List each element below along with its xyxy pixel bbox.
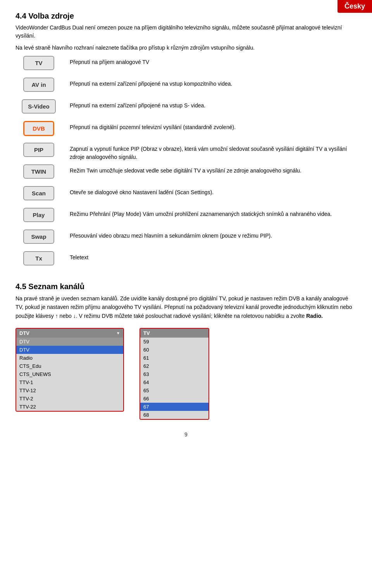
btn-cell-6: Scan [16, 186, 62, 200]
btn-label-play[interactable]: Play [23, 208, 54, 222]
tv-item-3[interactable]: 62 [140, 362, 208, 370]
btn-desc-5: Režim Twin umožňuje sledovat vedle sebe … [70, 164, 356, 175]
tv-item-5[interactable]: 64 [140, 378, 208, 386]
btn-label-scan[interactable]: Scan [23, 186, 54, 200]
dtv-item-6[interactable]: TTV-12 [16, 386, 123, 395]
button-row-swap: SwapPřesouvání video obrazu mezi hlavním… [16, 229, 356, 249]
btn-desc-8: Přesouvání video obrazu mezi hlavním a s… [70, 229, 356, 240]
button-row-av-in: AV inPřepnutí na externí zařízení připoj… [16, 78, 356, 97]
button-row-tv: TVPřepnutí na příjem analogové TV [16, 56, 356, 75]
section-45-heading: 4.5 Seznam kanálů [16, 282, 356, 291]
button-row-scan: ScanOtevře se dialogové okno Nastavení l… [16, 186, 356, 205]
tv-list-header: TV [140, 329, 208, 338]
tv-item-2[interactable]: 61 [140, 354, 208, 362]
dtv-item-4[interactable]: CTS_UNEWS [16, 370, 123, 378]
dtv-dropdown-arrow[interactable]: ▼ [116, 331, 120, 335]
tv-item-6[interactable]: 65 [140, 386, 208, 395]
intro-text-2: Na levé straně hlavního rozhraní nalezne… [16, 44, 356, 52]
button-rows-container: TVPřepnutí na příjem analogové TVAV inPř… [16, 56, 356, 271]
tv-item-8[interactable]: 67 [140, 403, 208, 411]
dtv-channel-list: DTV ▼ DTVDTVRadioCTS_EduCTS_UNEWSTTV-1TT… [16, 328, 124, 412]
btn-desc-9: Teletext [70, 251, 356, 262]
button-row-s-video: S-VideoPřepnutí na externí zařízení přip… [16, 99, 356, 119]
section-45-text-bold: Radio. [306, 313, 323, 319]
btn-cell-9: Tx [16, 251, 62, 266]
btn-label-av in[interactable]: AV in [23, 78, 54, 92]
page-number: 9 [16, 431, 356, 438]
tv-list-body: 59606162636465666768 [140, 338, 208, 419]
tv-item-0[interactable]: 59 [140, 338, 208, 346]
intro-text-1: VideoWonder CardBus Dual není omezen pou… [16, 24, 356, 40]
btn-desc-6: Otevře se dialogové okno Nastavení laděn… [70, 186, 356, 197]
btn-desc-2: Přepnutí na externí zařízení připojené n… [70, 99, 356, 110]
channel-lists-row: DTV ▼ DTVDTVRadioCTS_EduCTS_UNEWSTTV-1TT… [16, 328, 356, 420]
section-45-text: Na pravé straně je uveden seznam kanálů.… [16, 294, 356, 320]
button-row-pip: PIPZapnutí a vypnutí funkce PIP (Obraz v… [16, 143, 356, 162]
btn-label-s-video[interactable]: S-Video [22, 99, 56, 114]
btn-cell-5: TWIN [16, 164, 62, 179]
btn-desc-7: Režimu Přehrání (Play Mode) Vám umožní p… [70, 208, 356, 218]
dtv-item-7[interactable]: TTV-2 [16, 395, 123, 403]
dtv-item-0[interactable]: DTV [16, 338, 123, 346]
dtv-list-header: DTV ▼ [16, 329, 123, 338]
btn-label-tv[interactable]: TV [23, 56, 54, 70]
dtv-item-3[interactable]: CTS_Edu [16, 362, 123, 370]
cesky-badge: Česky [338, 0, 372, 13]
tv-channel-list: TV 59606162636465666768 [140, 328, 209, 420]
button-row-tx: TxTeletext [16, 251, 356, 271]
btn-desc-3: Přepnutí na digitální pozemní televizní … [70, 121, 356, 131]
dtv-item-5[interactable]: TTV-1 [16, 378, 123, 386]
btn-label-swap[interactable]: Swap [23, 229, 54, 244]
btn-cell-8: Swap [16, 229, 62, 244]
btn-label-pip[interactable]: PIP [23, 143, 54, 157]
dtv-header-label: DTV [19, 330, 29, 336]
dtv-item-1[interactable]: DTV [16, 346, 123, 354]
dtv-item-2[interactable]: Radio [16, 354, 123, 362]
tv-item-7[interactable]: 66 [140, 395, 208, 403]
btn-desc-0: Přepnutí na příjem analogové TV [70, 56, 356, 66]
tv-item-4[interactable]: 63 [140, 370, 208, 378]
btn-cell-4: PIP [16, 143, 62, 157]
tv-item-9[interactable]: 68 [140, 411, 208, 419]
btn-cell-7: Play [16, 208, 62, 222]
section-44-heading: 4.4 Volba zdroje [16, 12, 356, 21]
btn-cell-0: TV [16, 56, 62, 70]
btn-cell-3: DVB [16, 121, 62, 136]
section-45-text1: Na pravé straně je uveden seznam kanálů. [16, 295, 119, 302]
dtv-item-8[interactable]: TTV-22 [16, 403, 123, 411]
btn-cell-1: AV in [16, 78, 62, 92]
button-row-dvb: DVBPřepnutí na digitální pozemní televiz… [16, 121, 356, 140]
dtv-list-body: DTVDTVRadioCTS_EduCTS_UNEWSTTV-1TTV-12TT… [16, 338, 123, 411]
btn-desc-4: Zapnutí a vypnutí funkce PIP (Obraz v ob… [70, 143, 356, 161]
section-45: 4.5 Seznam kanálů Na pravé straně je uve… [16, 282, 356, 420]
tv-item-1[interactable]: 60 [140, 346, 208, 354]
btn-cell-2: S-Video [16, 99, 62, 114]
btn-label-dvb[interactable]: DVB [23, 121, 54, 136]
page-container: Česky 4.4 Volba zdroje VideoWonder CardB… [0, 0, 372, 588]
btn-desc-1: Přepnutí na externí zařízení připojené n… [70, 78, 356, 88]
button-row-twin: TWINRežim Twin umožňuje sledovat vedle s… [16, 164, 356, 184]
button-row-play: PlayRežimu Přehrání (Play Mode) Vám umož… [16, 208, 356, 227]
btn-label-tx[interactable]: Tx [23, 251, 54, 266]
btn-label-twin[interactable]: TWIN [23, 164, 54, 179]
